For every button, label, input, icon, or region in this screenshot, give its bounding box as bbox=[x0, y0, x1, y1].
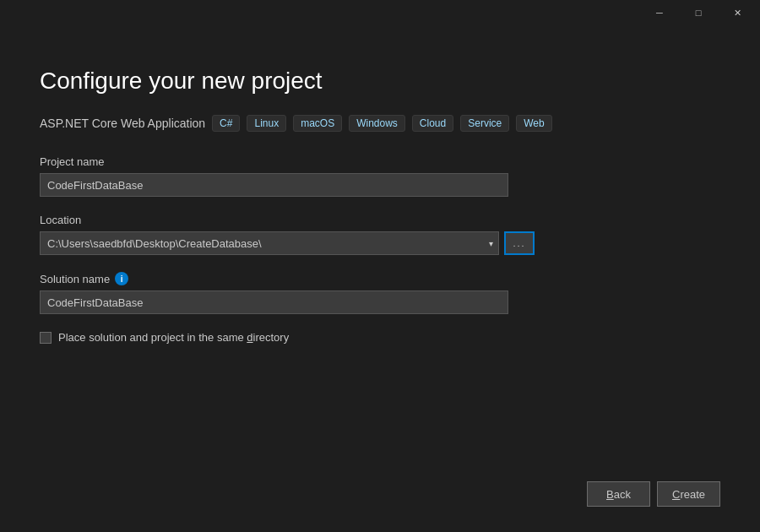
location-input[interactable] bbox=[40, 231, 484, 255]
bottom-bar: Back Create bbox=[587, 481, 720, 507]
same-directory-checkbox[interactable] bbox=[40, 332, 52, 344]
maximize-button[interactable]: □ bbox=[679, 0, 718, 25]
minimize-button[interactable]: ─ bbox=[640, 0, 679, 25]
tag-macos: macOS bbox=[293, 115, 342, 132]
subtitle-row: ASP.NET Core Web Application C# Linux ma… bbox=[40, 115, 720, 132]
location-label: Location bbox=[40, 214, 720, 226]
project-name-section: Project name bbox=[40, 155, 720, 197]
page-title: Configure your new project bbox=[40, 68, 720, 95]
solution-info-icon[interactable]: i bbox=[115, 272, 128, 285]
close-button[interactable]: ✕ bbox=[718, 0, 757, 25]
create-button[interactable]: Create bbox=[657, 481, 720, 507]
project-name-label: Project name bbox=[40, 155, 720, 168]
tag-web: Web bbox=[516, 115, 551, 132]
main-content: Configure your new project ASP.NET Core … bbox=[0, 25, 760, 344]
subtitle-text: ASP.NET Core Web Application bbox=[40, 117, 205, 130]
solution-name-input[interactable] bbox=[40, 290, 508, 314]
tag-service: Service bbox=[460, 115, 509, 132]
checkbox-label: Place solution and project in the same d… bbox=[58, 331, 289, 344]
solution-label-row: Solution name i bbox=[40, 272, 720, 285]
checkbox-row: Place solution and project in the same d… bbox=[40, 331, 720, 344]
browse-button[interactable]: ... bbox=[504, 231, 535, 255]
location-row: ▾ ... bbox=[40, 231, 720, 255]
tag-windows: Windows bbox=[349, 115, 405, 132]
location-section: Location ▾ ... bbox=[40, 214, 720, 255]
solution-name-label: Solution name bbox=[40, 273, 110, 285]
back-button[interactable]: Back bbox=[587, 481, 650, 507]
project-name-input[interactable] bbox=[40, 173, 508, 197]
tag-cloud: Cloud bbox=[412, 115, 453, 132]
tag-linux: Linux bbox=[247, 115, 286, 132]
location-dropdown-button[interactable]: ▾ bbox=[484, 231, 499, 255]
title-bar: ─ □ ✕ bbox=[640, 0, 760, 25]
solution-name-section: Solution name i bbox=[40, 272, 720, 314]
tag-csharp: C# bbox=[212, 115, 240, 132]
